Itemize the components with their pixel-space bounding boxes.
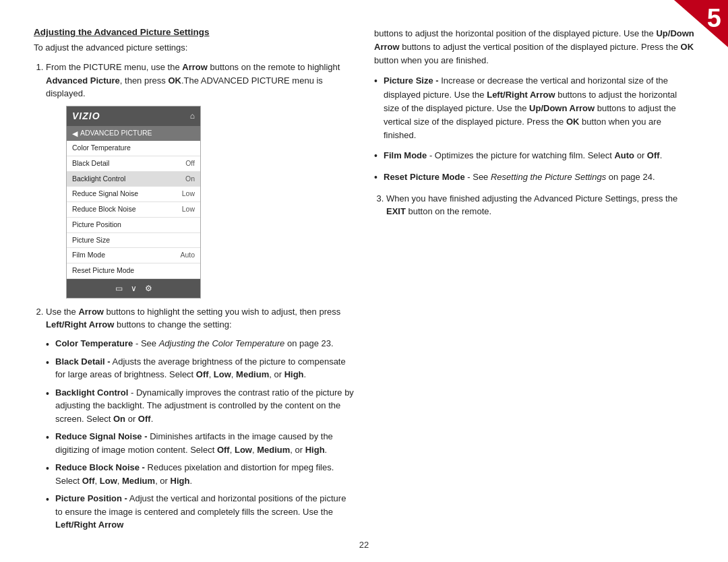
menu-row-label: Backlight Control [72,174,125,185]
step-1: From the PICTURE menu, use the Arrow but… [46,61,354,299]
list-item: • Picture Size - Increase or decrease th… [374,74,694,142]
table-row: Picture Position [67,218,200,233]
right-bullet-list: • Picture Size - Increase or decrease th… [374,74,694,185]
back-arrow-icon: ◀ [72,128,78,139]
tv-menu-header: ◀ ADVANCED PICTURE [67,126,200,142]
tv-down-icon: ∨ [131,282,137,294]
table-row: Color Temperature [67,141,200,156]
bullet-icon: • [374,74,380,89]
menu-row-label: Reduce Block Noise [72,204,136,215]
menu-row-label: Film Mode [72,250,105,261]
page-footer: 22 [0,540,728,550]
table-row: Reduce Block Noise Low [67,202,200,218]
step-3: When you have finished adjusting the Adv… [386,192,694,218]
step-3-text: When you have finished adjusting the Adv… [386,193,677,217]
menu-title: ADVANCED PICTURE [80,128,152,139]
bullet-icon: • [374,170,380,185]
picture-size-item: Picture Size - Increase or decrease the … [384,74,694,142]
menu-row-value: Auto [180,250,195,261]
menu-row-value: Off [185,158,195,169]
chapter-number: 5 [707,5,721,31]
vizio-logo: VIZIO [72,109,100,123]
left-column: Adjusting the Advanced Picture Settings … [34,27,354,542]
footer-page-number: 22 [359,540,369,550]
bullet-icon: • [46,356,51,369]
right-column: buttons to adjust the horizontal positio… [374,27,694,542]
reset-picture-mode-item: Reset Picture Mode - See Resetting the P… [384,170,655,184]
table-row: Reset Picture Mode [67,263,200,279]
tv-mockup: VIZIO ⌂ ◀ ADVANCED PICTURE Color Tempera… [66,106,201,299]
menu-row-label: Reduce Signal Noise [72,189,138,199]
reduce-signal-noise-item: Reduce Signal Noise - Diminishes artifac… [55,430,354,456]
list-item: • Picture Position - Adjust the vertical… [46,492,354,532]
table-row: Film Mode Auto [67,248,200,263]
film-mode-item: Film Mode - Optimizes the picture for wa… [384,149,662,162]
list-item: • Film Mode - Optimizes the picture for … [374,149,694,164]
bullet-icon: • [46,493,51,505]
step-3-list: When you have finished adjusting the Adv… [374,192,694,218]
picture-position-continued: buttons to adjust the horizontal positio… [374,27,694,67]
table-row: Backlight Control On [67,172,200,187]
reduce-block-noise-item: Reduce Block Noise - Reduces pixelation … [55,461,354,487]
menu-row-value: On [185,174,195,185]
list-item: • Black Detail - Adjusts the average bri… [46,355,354,381]
menu-row-label: Color Temperature [72,143,131,154]
list-item: • Backlight Control - Dynamically improv… [46,386,354,426]
menu-row-value: Low [182,189,195,199]
list-item: • Reset Picture Mode - See Resetting the… [374,170,694,185]
black-detail-item: Black Detail - Adjusts the average brigh… [55,355,354,381]
step-1-text: From the PICTURE menu, use the Arrow but… [46,62,340,98]
color-temperature-item: Color Temperature - See Adjusting the Co… [55,337,334,350]
main-content: Adjusting the Advanced Picture Settings … [0,0,728,562]
intro-text: To adjust the advanced picture settings: [34,42,354,53]
tv-top-bar: VIZIO ⌂ [67,106,200,126]
step-2: Use the Arrow buttons to highlight the s… [46,305,354,532]
backlight-control-item: Backlight Control - Dynamically improves… [55,386,354,426]
section-heading: Adjusting the Advanced Picture Settings [34,27,354,37]
tv-settings-icon: ⚙ [145,282,152,294]
menu-row-label: Picture Position [72,220,121,230]
steps-list: From the PICTURE menu, use the Arrow but… [34,61,354,532]
bullet-icon: • [46,338,51,350]
tv-button-icon: ▭ [115,282,123,294]
step-2-text: Use the Arrow buttons to highlight the s… [46,307,340,330]
table-row: Black Detail Off [67,156,200,172]
bullet-icon: • [46,462,51,474]
menu-row-label: Picture Size [72,235,110,246]
bullet-icon: • [46,431,51,443]
menu-row-value: Low [182,204,195,215]
menu-row-label: Reset Picture Mode [72,266,134,276]
home-icon: ⌂ [190,110,195,122]
list-item: • Reduce Block Noise - Reduces pixelatio… [46,461,354,487]
picture-position-item: Picture Position - Adjust the vertical a… [55,492,354,532]
list-item: • Reduce Signal Noise - Diminishes artif… [46,430,354,456]
tv-bottom-bar: ▭ ∨ ⚙ [67,279,200,298]
settings-bullet-list: • Color Temperature - See Adjusting the … [46,337,354,532]
bullet-icon: • [46,387,51,400]
list-item: • Color Temperature - See Adjusting the … [46,337,354,350]
bullet-icon: • [374,149,380,164]
table-row: Picture Size [67,233,200,249]
menu-row-label: Black Detail [72,158,109,169]
table-row: Reduce Signal Noise Low [67,187,200,202]
